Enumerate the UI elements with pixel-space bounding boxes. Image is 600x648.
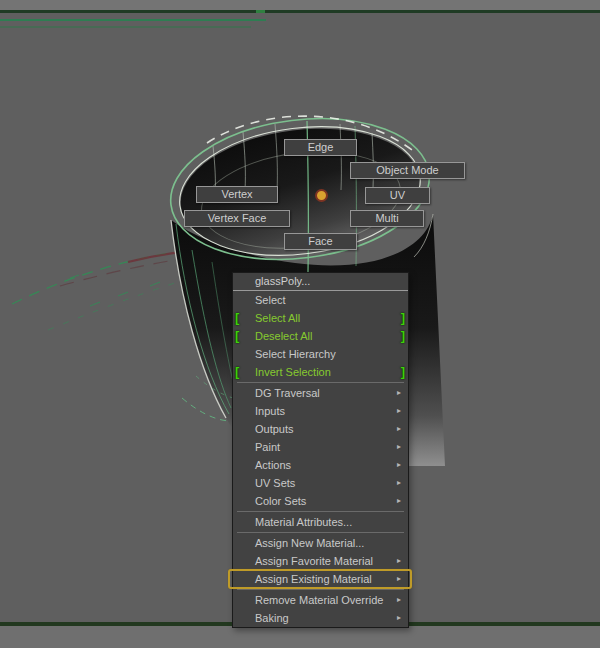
menu-separator bbox=[237, 589, 404, 590]
menu-separator bbox=[237, 382, 404, 383]
menu-item-deselect-all[interactable]: [ Deselect All ] bbox=[233, 327, 408, 345]
maya-viewport[interactable]: Edge Object Mode Vertex UV Vertex Face M… bbox=[0, 0, 600, 648]
marking-menu-edge[interactable]: Edge bbox=[284, 139, 357, 156]
menu-item-assign-new-material[interactable]: Assign New Material... bbox=[233, 534, 408, 552]
submenu-arrow-icon: ▸ bbox=[397, 402, 401, 420]
menu-item-label: Outputs bbox=[255, 423, 294, 435]
menu-item-assign-existing-material[interactable]: Assign Existing Material ▸ bbox=[233, 570, 408, 588]
submenu-arrow-icon: ▸ bbox=[397, 474, 401, 492]
menu-item-paint[interactable]: Paint ▸ bbox=[233, 438, 408, 456]
menu-item-label: Remove Material Override bbox=[255, 594, 383, 606]
menu-item-label: Baking bbox=[255, 612, 289, 624]
menu-item-select-all[interactable]: [ Select All ] bbox=[233, 309, 408, 327]
menu-item-color-sets[interactable]: Color Sets ▸ bbox=[233, 492, 408, 510]
menu-item-label: UV Sets bbox=[255, 477, 295, 489]
menu-separator bbox=[237, 511, 404, 512]
menu-item-label: Deselect All bbox=[255, 330, 312, 342]
marking-menu-vertex-face[interactable]: Vertex Face bbox=[184, 210, 290, 227]
menu-item-label: Actions bbox=[255, 459, 291, 471]
menu-item-uv-sets[interactable]: UV Sets ▸ bbox=[233, 474, 408, 492]
menu-title-label: glassPoly... bbox=[255, 275, 310, 287]
marking-menu-uv[interactable]: UV bbox=[365, 187, 430, 204]
marking-menu-multi[interactable]: Multi bbox=[350, 210, 424, 227]
menu-item-invert-selection[interactable]: [ Invert Selection ] bbox=[233, 363, 408, 381]
context-menu: glassPoly... Select [ Select All ] [ Des… bbox=[232, 272, 409, 628]
menu-item-outputs[interactable]: Outputs ▸ bbox=[233, 420, 408, 438]
menu-item-inputs[interactable]: Inputs ▸ bbox=[233, 402, 408, 420]
bracket-right: ] bbox=[401, 363, 405, 381]
menu-item-label: DG Traversal bbox=[255, 387, 320, 399]
submenu-arrow-icon: ▸ bbox=[397, 384, 401, 402]
menu-item-select[interactable]: Select bbox=[233, 291, 408, 309]
menu-item-label: Select All bbox=[255, 312, 300, 324]
menu-item-material-attributes[interactable]: Material Attributes... bbox=[233, 513, 408, 531]
menu-item-label: Select Hierarchy bbox=[255, 348, 336, 360]
submenu-arrow-icon: ▸ bbox=[397, 609, 401, 627]
menu-item-label: Material Attributes... bbox=[255, 516, 352, 528]
submenu-arrow-icon: ▸ bbox=[397, 570, 401, 588]
submenu-arrow-icon: ▸ bbox=[397, 591, 401, 609]
submenu-arrow-icon: ▸ bbox=[397, 492, 401, 510]
bracket-left: [ bbox=[235, 327, 239, 345]
marking-menu-face[interactable]: Face bbox=[284, 233, 357, 250]
menu-item-dg-traversal[interactable]: DG Traversal ▸ bbox=[233, 384, 408, 402]
menu-item-label: Assign Favorite Material bbox=[255, 555, 373, 567]
menu-item-select-hierarchy[interactable]: Select Hierarchy bbox=[233, 345, 408, 363]
menu-item-actions[interactable]: Actions ▸ bbox=[233, 456, 408, 474]
menu-item-label: Color Sets bbox=[255, 495, 306, 507]
menu-title: glassPoly... bbox=[233, 273, 408, 291]
bracket-left: [ bbox=[235, 363, 239, 381]
menu-separator bbox=[237, 532, 404, 533]
marking-menu-object-mode[interactable]: Object Mode bbox=[350, 162, 465, 179]
menu-item-baking[interactable]: Baking ▸ bbox=[233, 609, 408, 627]
menu-item-label: Select bbox=[255, 294, 286, 306]
menu-item-assign-favorite-material[interactable]: Assign Favorite Material ▸ bbox=[233, 552, 408, 570]
submenu-arrow-icon: ▸ bbox=[397, 420, 401, 438]
marking-menu-vertex[interactable]: Vertex bbox=[196, 186, 278, 203]
menu-item-label: Inputs bbox=[255, 405, 285, 417]
menu-item-label: Invert Selection bbox=[255, 366, 331, 378]
bracket-left: [ bbox=[235, 309, 239, 327]
submenu-arrow-icon: ▸ bbox=[397, 438, 401, 456]
bracket-right: ] bbox=[401, 327, 405, 345]
menu-item-label: Assign Existing Material bbox=[255, 573, 372, 585]
menu-item-label: Paint bbox=[255, 441, 280, 453]
bracket-right: ] bbox=[401, 309, 405, 327]
submenu-arrow-icon: ▸ bbox=[397, 456, 401, 474]
marking-menu-center-dot bbox=[315, 189, 328, 202]
submenu-arrow-icon: ▸ bbox=[397, 552, 401, 570]
menu-item-remove-material-override[interactable]: Remove Material Override ▸ bbox=[233, 591, 408, 609]
menu-item-label: Assign New Material... bbox=[255, 537, 364, 549]
dashed-grid-ticks bbox=[70, 272, 196, 306]
